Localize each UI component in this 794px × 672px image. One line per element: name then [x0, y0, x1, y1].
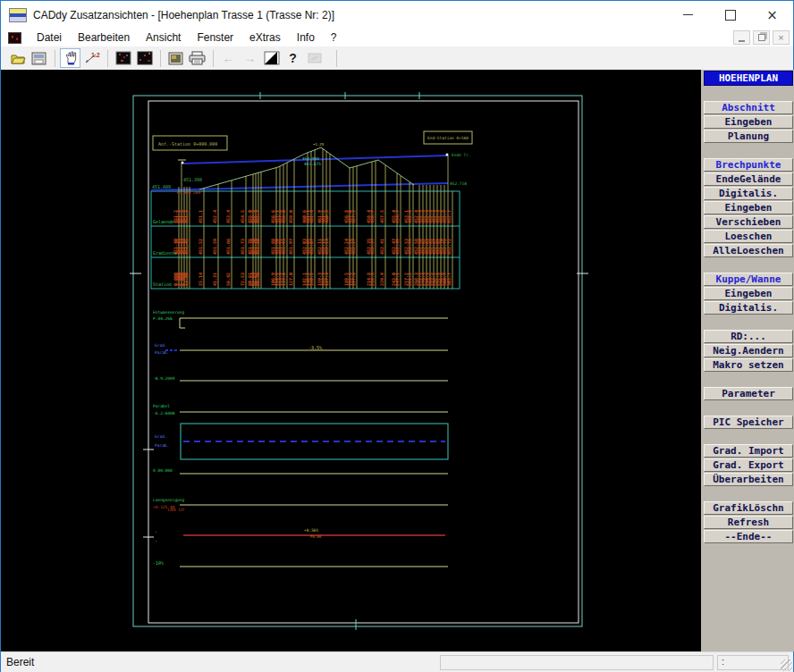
panel-button-neig-aendern[interactable]: Neig.Aendern	[704, 344, 793, 357]
band-value: 451.93	[281, 239, 286, 255]
pan-button[interactable]	[60, 48, 80, 68]
drawing-label: 460.988	[302, 156, 319, 161]
menu-help[interactable]: ?	[323, 29, 345, 46]
band-value: 451.80	[255, 239, 260, 255]
band-value: 218.8	[369, 273, 375, 286]
contrast-button[interactable]	[261, 48, 282, 68]
picture-icon	[168, 52, 183, 65]
panel-button-kuppe-wanne[interactable]: Kuppe/Wanne	[704, 273, 793, 286]
panel-spacer	[701, 373, 794, 387]
picture-button[interactable]	[165, 48, 186, 68]
panel-button-alleloeschen[interactable]: AlleLoeschen	[704, 244, 793, 257]
panel-button-eingeben[interactable]: Eingeben	[704, 287, 793, 300]
save-icon	[31, 52, 46, 65]
drawing-label: +7.949 289	[176, 190, 200, 195]
drawing-label: .	[155, 537, 157, 542]
panel-button-eingeben[interactable]: Eingeben	[704, 201, 793, 214]
band-value: 453.4	[225, 210, 231, 223]
mdi-close-button[interactable]: ×	[773, 30, 790, 45]
measure-icon: 1.2	[84, 51, 100, 65]
band-value: 451.59	[212, 239, 217, 255]
save-button[interactable]	[29, 48, 49, 68]
minimize-button[interactable]	[667, 1, 709, 29]
menu-info[interactable]: Info	[289, 29, 323, 46]
band-value: 455.7	[255, 210, 260, 223]
band-value: 452.27	[351, 239, 356, 255]
app-icon	[9, 8, 27, 22]
open-icon	[10, 51, 26, 65]
measure-button[interactable]: 1.2	[81, 48, 102, 68]
band-value: 451.45	[183, 239, 189, 255]
drawing-label: Parab.	[155, 443, 169, 448]
sheet-frame-outer	[133, 96, 582, 626]
tool-disabled-button[interactable]	[304, 48, 325, 68]
panel-button-makro-setzen[interactable]: Makro setzen	[704, 358, 793, 372]
band-value: 25.14	[198, 273, 203, 286]
mdi-restore-button[interactable]	[753, 30, 770, 45]
panel-button-brechpunkte[interactable]: Brechpunkte	[704, 158, 793, 172]
panel-button-eingeben[interactable]: Eingeben	[704, 115, 793, 129]
panel-button-planung[interactable]: Planung	[704, 130, 793, 143]
panel-spacer	[701, 487, 794, 501]
print-button[interactable]	[187, 48, 207, 68]
band-value: 452.41	[379, 239, 384, 255]
panel-button-grad-export[interactable]: Grad. Export	[704, 458, 793, 472]
bitmap-1-button[interactable]	[113, 48, 133, 68]
band-value: 458.7	[369, 210, 375, 223]
help-button[interactable]: ?	[283, 48, 303, 68]
panel-button-parameter[interactable]: Parameter	[704, 387, 793, 400]
panel-button-grafikl-schn[interactable]: GrafikLöschn	[704, 501, 793, 515]
back-button[interactable]: ←	[218, 48, 239, 68]
document-icon[interactable]	[8, 32, 21, 44]
panel-button-rd[interactable]: RD:...	[704, 330, 793, 343]
band-value: 261.2	[407, 273, 412, 286]
drawing-label: P0.00	[310, 534, 322, 539]
menu-fenster[interactable]: Fenster	[189, 29, 241, 46]
band-value: 460.5	[324, 210, 329, 223]
close-button[interactable]: ×	[751, 1, 793, 29]
menu-ansicht[interactable]: Ansicht	[138, 29, 189, 46]
panel-button-verschieben[interactable]: Verschieben	[704, 215, 793, 229]
resize-grip[interactable]	[781, 659, 792, 671]
panel-spacer	[701, 258, 794, 273]
panel-button-loeschen[interactable]: Loeschen	[704, 230, 793, 243]
band-value: 451.3	[183, 210, 189, 223]
panel-button-digitalis[interactable]: Digitalis.	[704, 301, 793, 315]
panel-button-endegel-nde[interactable]: EndeGelände	[704, 172, 793, 186]
open-button[interactable]	[7, 48, 28, 68]
panel-button-digitalis[interactable]: Digitalis.	[704, 187, 793, 200]
menu-bar: DateiBearbeitenAnsichtFenstereXtrasInfo?…	[1, 29, 793, 46]
band-value: 150.2	[308, 273, 314, 286]
menu-datei[interactable]: Datei	[29, 29, 70, 46]
bitmap-2-icon	[137, 51, 153, 65]
panel-button-grad-import[interactable]: Grad. Import	[704, 444, 793, 458]
drawing-label: -6.2:6008	[153, 411, 175, 416]
panel-button-pic-speicher[interactable]: PIC Speicher	[704, 416, 793, 429]
menu-extras[interactable]: eXtras	[241, 29, 289, 46]
drawing-label: 451.398	[183, 177, 202, 182]
mdi-minimize-button[interactable]	[733, 30, 750, 45]
maximize-button[interactable]	[709, 1, 751, 29]
status-bar: Bereit :	[1, 651, 793, 672]
band-value: 127.0	[288, 273, 293, 286]
panel-spacer	[701, 315, 794, 330]
menu-bearbeiten[interactable]: Bearbeiten	[70, 29, 138, 46]
panel-button-abschnitt[interactable]: Abschnitt	[704, 101, 793, 114]
bitmap-2-button[interactable]	[134, 48, 155, 68]
panel-button-refresh[interactable]: Refresh	[704, 516, 793, 529]
band-value: 452.07	[308, 239, 314, 255]
panel-button-berarbeiten[interactable]: Überarbeiten	[704, 473, 793, 486]
toolbar-separator	[107, 50, 108, 67]
drawing-label: Laengsneigung	[153, 498, 185, 502]
drawing-label: Ende Tr.	[452, 153, 471, 157]
forward-icon: →	[244, 51, 257, 65]
band-value: 452.55	[407, 239, 412, 255]
forward-button[interactable]: →	[240, 48, 260, 68]
band-value: 452.14	[324, 239, 329, 255]
panel-button-ende[interactable]: --Ende--	[704, 530, 793, 543]
drawing-canvas[interactable]: 451.2451.400.000451.3451.413.000451.2451…	[1, 70, 701, 651]
drawing-label: .	[155, 528, 157, 533]
panel-button-hoehenplan[interactable]: HOEHENPLAN	[704, 71, 793, 86]
tool-disabled-icon	[308, 52, 322, 64]
drawing-label: 0.00:000	[153, 468, 173, 473]
